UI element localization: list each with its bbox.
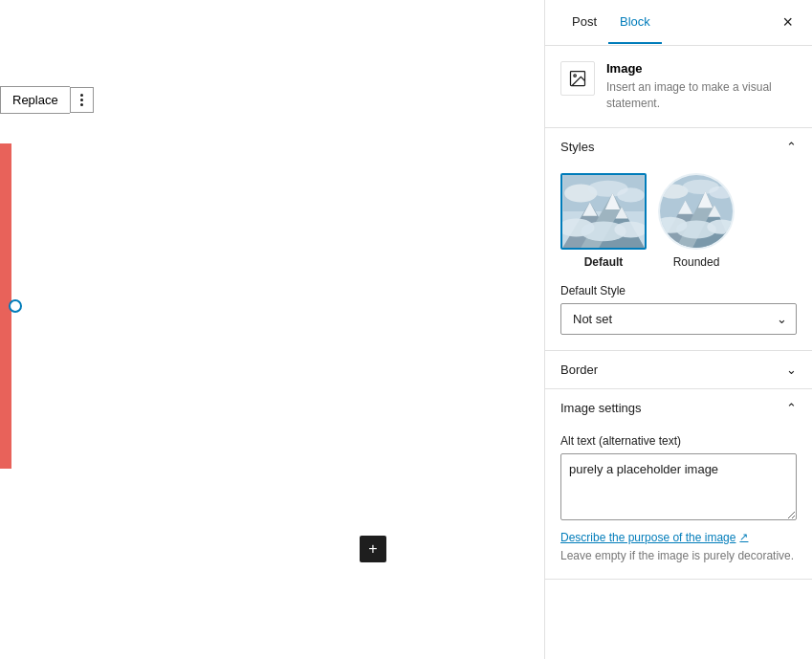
image-block-icon	[560, 61, 595, 96]
default-style-select[interactable]: Not set	[560, 303, 797, 335]
style-rounded-label: Rounded	[673, 255, 720, 269]
decorative-hint: Leave empty if the image is purely decor…	[560, 548, 797, 564]
styles-section-header[interactable]: Styles ⌃	[545, 128, 812, 165]
resize-handle[interactable]	[9, 299, 22, 313]
external-link-icon: ↗	[739, 531, 748, 543]
more-options-icon	[80, 94, 83, 106]
border-label: Border	[560, 362, 598, 377]
rounded-style-preview	[660, 175, 733, 248]
image-settings-header[interactable]: Image settings ⌃	[545, 389, 812, 427]
style-option-default[interactable]: Default	[560, 173, 647, 269]
close-button[interactable]: ×	[779, 9, 797, 36]
panel-header: Post Block ×	[545, 0, 812, 46]
border-chevron-icon: ⌄	[786, 362, 797, 377]
style-thumb-rounded	[658, 173, 735, 250]
panel-tabs: Post Block	[560, 1, 662, 44]
block-description: Insert an image to make a visual stateme…	[606, 79, 797, 112]
styles-section-content: Default	[545, 165, 812, 350]
block-title: Image	[606, 61, 797, 76]
image-svg-icon	[568, 69, 587, 88]
describe-purpose-link[interactable]: Describe the purpose of the image ↗	[560, 531, 748, 544]
border-section-header[interactable]: Border ⌄	[545, 351, 812, 388]
styles-grid: Default	[560, 173, 797, 269]
svg-point-6	[617, 187, 645, 202]
replace-button[interactable]: Replace	[0, 86, 70, 114]
add-block-button[interactable]: +	[360, 536, 386, 562]
styles-label: Styles	[560, 140, 594, 154]
editor-area: Replace +	[0, 0, 544, 659]
image-settings-section: Image settings ⌃ Alt text (alternative t…	[545, 389, 812, 581]
styles-section: Styles ⌃	[545, 128, 812, 351]
block-info-text: Image Insert an image to make a visual s…	[606, 61, 797, 112]
style-thumb-default	[560, 173, 647, 250]
style-default-label: Default	[584, 255, 624, 269]
alt-text-input[interactable]: purely a placeholder image	[560, 453, 797, 520]
block-info: Image Insert an image to make a visual s…	[545, 46, 812, 128]
more-options-button[interactable]	[70, 87, 94, 113]
default-style-select-wrapper: Not set ⌄	[560, 303, 797, 335]
border-section: Border ⌄	[545, 351, 812, 389]
settings-panel: Post Block × Image Insert an image to ma…	[544, 0, 812, 659]
image-settings-label: Image settings	[560, 401, 642, 415]
default-style-preview	[562, 175, 645, 248]
image-settings-content: Alt text (alternative text) purely a pla…	[545, 427, 812, 580]
tab-post[interactable]: Post	[560, 1, 608, 44]
default-style-label: Default Style	[560, 284, 797, 297]
block-toolbar: Replace	[0, 86, 94, 114]
alt-text-label: Alt text (alternative text)	[560, 434, 797, 448]
image-settings-chevron-icon: ⌃	[786, 401, 797, 415]
tab-block[interactable]: Block	[608, 1, 662, 44]
describe-link-text: Describe the purpose of the image	[560, 531, 735, 544]
svg-point-1	[574, 75, 577, 77]
style-option-rounded[interactable]: Rounded	[658, 173, 735, 269]
styles-chevron-icon: ⌃	[786, 140, 797, 154]
